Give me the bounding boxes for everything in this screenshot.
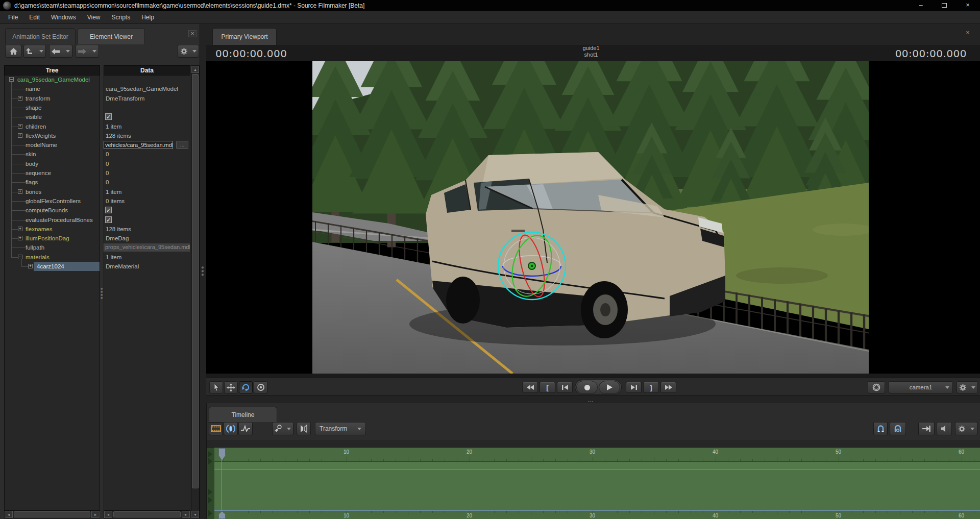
camera-dropdown-icon[interactable] [945, 386, 949, 389]
set-in-point-button[interactable]: [ [540, 382, 555, 393]
tree-row-evaluateProceduralBones[interactable]: evaluateProceduralBones [4, 215, 100, 225]
timeline-ruler-bottom[interactable]: 102030405060 [214, 511, 980, 519]
tree-row-cara_95sedan_GameModel[interactable]: –cara_95sedan_GameModel [4, 75, 100, 84]
tree-row-shape[interactable]: shape [4, 103, 100, 112]
tree-row-fullpath[interactable]: fullpath [4, 243, 100, 252]
snap-frames-button[interactable] [890, 422, 906, 435]
minimize-button[interactable]: – [910, 0, 932, 11]
transform-mode-selector[interactable]: Transform [315, 422, 366, 435]
go-to-end-button[interactable] [626, 382, 642, 393]
tree-row-name[interactable]: name [4, 84, 100, 93]
tree-row-visible[interactable]: visible [4, 112, 100, 121]
menu-scripts[interactable]: Scripts [106, 12, 136, 22]
menu-windows[interactable]: Windows [45, 12, 82, 22]
clip-editor-button[interactable] [209, 422, 223, 435]
trackball-tool-button[interactable] [254, 381, 267, 393]
menu-view[interactable]: View [82, 12, 106, 22]
tree-hscrollbar[interactable]: ◂▸ [4, 510, 100, 518]
tree-row-computeBounds[interactable]: computeBounds [4, 206, 100, 215]
tree-row-body[interactable]: body [4, 159, 100, 168]
expander-transform[interactable]: + [18, 96, 22, 101]
up-level-dropdown-icon[interactable] [39, 50, 43, 53]
tree-row-bones[interactable]: +bones [4, 187, 100, 196]
menu-edit[interactable]: Edit [23, 12, 45, 22]
home-button[interactable] [5, 45, 21, 58]
data-vscrollbar[interactable]: ▴ ▾ [191, 65, 200, 518]
tree-row-children[interactable]: +children [4, 122, 100, 131]
input-modelName[interactable]: vehicles/cara_95sedan.mdl [104, 141, 173, 149]
tab-element-viewer[interactable]: Element Viewer [78, 28, 145, 44]
next-shot-button[interactable] [660, 382, 676, 393]
tree-row-transform[interactable]: +transform [4, 94, 100, 103]
motion-editor-button[interactable] [224, 422, 238, 435]
transform-dropdown-icon[interactable] [357, 428, 361, 430]
track-chevron-icon[interactable] [208, 451, 212, 458]
forward-dropdown-icon[interactable] [92, 50, 96, 53]
record-button[interactable] [576, 381, 598, 394]
timeline-track-upper[interactable] [214, 462, 980, 470]
menu-file[interactable]: File [3, 12, 23, 22]
expander-flexWeights[interactable]: + [18, 133, 22, 138]
track-chevron-icon[interactable] [208, 458, 212, 465]
menu-help[interactable]: Help [136, 12, 160, 22]
dock-splitter-handle[interactable]: ⦁⦁⦁ [201, 265, 204, 281]
expander-cara_95sedan_GameModel[interactable]: – [9, 77, 14, 82]
tab-timeline[interactable]: Timeline [209, 407, 277, 422]
add-keyframe-button[interactable] [272, 422, 293, 435]
set-out-point-button[interactable]: ] [643, 382, 659, 393]
panel-close-icon[interactable]: × [188, 30, 197, 37]
camera-selector[interactable]: camera1 [889, 381, 953, 393]
tree-row-4carz1024[interactable]: +4carz1024 [4, 262, 100, 271]
data-hscrollbar[interactable]: ◂▸ [104, 510, 190, 518]
checkbox-computeBounds[interactable]: ✓ [105, 207, 112, 213]
panel-options-button[interactable] [178, 45, 199, 58]
track-group-column[interactable] [207, 448, 214, 519]
viewport-settings-button[interactable] [957, 381, 978, 393]
tree-row-globalFlexControllers[interactable]: globalFlexControllers [4, 196, 100, 206]
tree-row-flexWeights[interactable]: +flexWeights [4, 131, 100, 140]
previous-shot-button[interactable] [522, 382, 538, 393]
checkbox-evaluateProceduralBones[interactable]: ✓ [105, 216, 112, 223]
checkbox-visible[interactable]: ✓ [105, 113, 112, 120]
timeline-ruler-top[interactable]: 102030405060 [214, 448, 980, 462]
tree-row-materials[interactable]: –materials [4, 253, 100, 262]
expander-materials[interactable]: – [18, 255, 22, 259]
element-tree[interactable]: –cara_95sedan_GameModelname+transformsha… [4, 75, 100, 510]
viewport-3d-scene[interactable] [312, 61, 869, 374]
tree-row-skin[interactable]: skin [4, 150, 100, 159]
close-button[interactable]: × [957, 0, 979, 11]
snap-button[interactable] [873, 422, 888, 435]
forward-button[interactable] [76, 45, 99, 58]
keyframe-dropdown-icon[interactable] [287, 428, 291, 430]
viewport-close-icon[interactable]: × [964, 30, 972, 37]
expander-flexnames[interactable]: + [18, 227, 22, 231]
expander-bones[interactable]: + [18, 189, 22, 194]
track-chevron-icon[interactable] [208, 510, 212, 517]
tab-animation-set-editor[interactable]: Animation Set Editor [5, 28, 76, 44]
tree-row-flags[interactable]: flags [4, 178, 100, 187]
advance-playhead-button[interactable] [918, 422, 935, 435]
tree-row-illumPositionDag[interactable]: +illumPositionDag [4, 234, 100, 243]
column-splitter-handle[interactable]: ⦁⦁⦁⦁ [101, 287, 103, 300]
expander-illumPositionDag[interactable]: + [18, 236, 22, 240]
viewport-settings-dropdown-icon[interactable] [971, 386, 975, 389]
browse-button[interactable]: ... [176, 141, 188, 149]
tree-row-sequence[interactable]: sequence [4, 168, 100, 178]
expander-children[interactable]: + [18, 124, 22, 129]
tab-primary-viewport[interactable]: Primary Viewport [212, 28, 277, 45]
back-dropdown-icon[interactable] [66, 50, 70, 53]
audio-mute-button[interactable] [937, 422, 952, 435]
back-button[interactable] [49, 45, 72, 58]
move-tool-button[interactable] [224, 381, 238, 393]
timeline-settings-dropdown-icon[interactable] [970, 428, 974, 430]
graph-editor-button[interactable] [238, 422, 253, 435]
track-chevron-icon[interactable] [208, 488, 212, 496]
timeline-track-main[interactable] [214, 470, 980, 510]
go-to-start-button[interactable] [557, 382, 573, 393]
track-chevron-icon[interactable] [208, 497, 212, 504]
play-button[interactable] [599, 381, 620, 394]
up-level-button[interactable] [23, 45, 46, 58]
viewport-timeline-splitter[interactable]: ⋯ [206, 396, 980, 403]
tree-column-header[interactable]: Tree [4, 65, 100, 76]
clip-bookend-button[interactable] [297, 422, 311, 435]
